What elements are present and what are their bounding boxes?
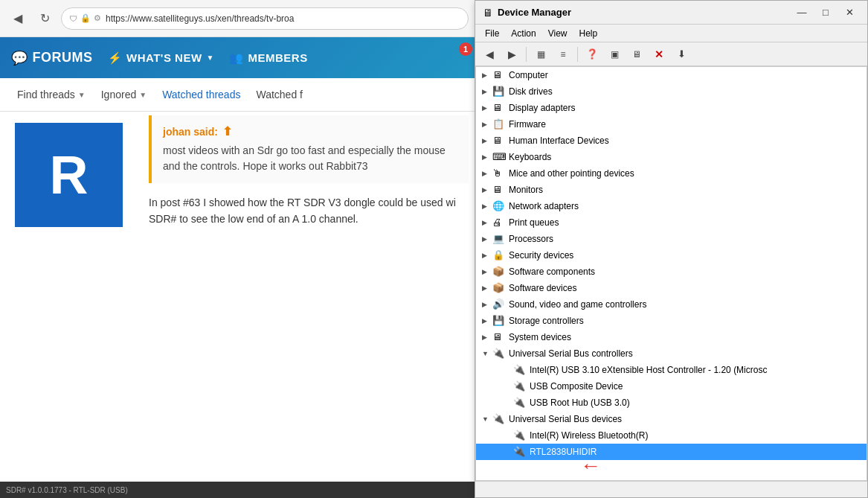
sw-devices-icon: 📦 [492,282,506,294]
expand-arrow: ▶ [482,153,492,161]
avatar: R [15,123,123,227]
find-threads-filter[interactable]: Find threads ▼ [11,85,91,104]
menu-action[interactable]: Action [505,27,541,40]
menu-file[interactable]: File [479,27,505,40]
tree-item-print[interactable]: ▶ 🖨 Print queues [476,214,867,231]
tree-item-sound[interactable]: ▶ 🔊 Sound, video and game controllers [476,296,867,313]
whats-new-nav-item[interactable]: ⚡ WHAT'S NEW ▼ [108,51,215,65]
tree-item-computer[interactable]: ▶ 🖥 Computer [476,67,867,83]
watched-f-filter[interactable]: Watched f [250,85,309,104]
toolbar-forward[interactable]: ▶ [501,45,522,64]
tree-label-display-adapters: Display adapters [509,103,575,113]
expand-arrow: ▶ [482,252,492,259]
watched-threads-label: Watched threads [162,89,240,100]
toolbar-scan[interactable]: ⬇ [671,45,692,64]
minimize-button[interactable]: — [791,4,812,21]
refresh-button[interactable]: ↻ [34,8,55,29]
maximize-button[interactable]: □ [815,4,836,21]
toolbar-help[interactable]: ❓ [582,45,602,64]
bluetooth-icon: 🔌 [513,430,527,441]
tree-item-bluetooth[interactable]: 🔌 Intel(R) Wireless Bluetooth(R) [476,427,867,444]
tree-item-usb-31-host[interactable]: 🔌 Intel(R) USB 3.10 eXtensible Host Cont… [476,362,867,378]
expand-arrow: ▶ [482,284,492,292]
find-threads-arrow: ▼ [78,91,86,99]
tree-item-system[interactable]: ▶ 🖥 System devices [476,329,867,345]
members-nav-item[interactable]: 👥 MEMBERS [229,51,308,65]
notification-badge[interactable]: 1 [459,42,472,56]
tree-item-storage[interactable]: ▶ 💾 Storage controllers [476,313,867,329]
toolbar-details[interactable]: ▣ [604,45,625,64]
sw-components-icon: 📦 [492,266,506,278]
tree-item-security[interactable]: ▶ 🔒 Security devices [476,247,867,264]
tree-item-keyboards[interactable]: ▶ ⌨ Keyboards [476,149,867,165]
forums-label: FORUMS [33,50,93,66]
window-controls: — □ ✕ [791,4,860,21]
tree-label-usb-31: Intel(R) USB 3.10 eXtensible Host Contro… [530,365,767,375]
toolbar-sep-2 [577,47,578,62]
quote-author: johan said: ⬆ [163,124,457,138]
hid-icon: 🖥 [492,135,506,147]
usb-composite-icon: 🔌 [513,380,527,392]
browser-bottom-bar: SDR# v1.0.0.1773 - RTL-SDR (USB) [0,482,476,498]
tree-item-processors[interactable]: ▶ 💻 Processors [476,231,867,247]
watched-threads-filter[interactable]: Watched threads [156,85,246,104]
tree-item-sw-components[interactable]: ▶ 📦 Software components [476,264,867,280]
forums-icon: 💬 [11,50,28,66]
menu-help[interactable]: Help [573,27,604,40]
expand-arrow: ▶ [482,202,492,210]
tree-label-security: Security devices [509,250,573,261]
menu-view[interactable]: View [542,27,573,40]
address-url: https://www.satelliteguys.us/xen/threads… [106,13,460,24]
members-label: MEMBERS [248,51,308,64]
tree-label-sound: Sound, video and game controllers [509,299,646,310]
tree-label-sw-components: Software components [509,266,595,277]
tree-item-rtl2838[interactable]: 🔌 RTL2838UHIDIR [476,444,867,460]
tree-item-hid[interactable]: ▶ 🖥 Human Interface Devices [476,133,867,149]
tree-item-usb-root-hub[interactable]: 🔌 USB Root Hub (USB 3.0) [476,395,867,411]
toolbar-monitor[interactable]: 🖥 [626,45,647,64]
tree-item-mice[interactable]: ▶ 🖱 Mice and other pointing devices [476,165,867,182]
tree-label-network: Network adapters [509,201,579,211]
quote-arrow-icon: ⬆ [222,124,232,138]
device-manager-title: Device Manager [498,7,791,18]
toolbar-view[interactable]: ≡ [553,45,573,64]
close-button[interactable]: ✕ [839,4,860,21]
firmware-icon: 📋 [492,118,506,130]
expand-arrow: ▶ [482,235,492,243]
watched-f-label: Watched f [256,89,303,100]
tree-item-disk-drives[interactable]: ▶ 💾 Disk drives [476,83,867,100]
toolbar-back[interactable]: ◀ [479,45,500,64]
expand-arrow: ▶ [482,219,492,226]
quote-author-text: johan said: [163,126,218,138]
device-tree[interactable]: ▶ 🖥 Computer ▶ 💾 Disk drives ▶ 🖥 Display… [475,66,867,481]
keyboards-icon: ⌨ [492,151,506,163]
tree-label-print: Print queues [509,217,559,228]
device-manager-titlebar: 🖥 Device Manager — □ ✕ [475,1,867,25]
tree-item-usb-composite[interactable]: 🔌 USB Composite Device [476,378,867,395]
computer-icon: 🖥 [492,69,506,81]
ignored-filter[interactable]: Ignored ▼ [95,85,152,104]
tree-item-usb-controllers[interactable]: ▼ 🔌 Universal Serial Bus controllers [476,345,867,362]
quote-text: most videos with an Sdr go too fast and … [163,143,457,174]
disk-drives-icon: 💾 [492,86,506,98]
rtl2838-icon: 🔌 [513,446,527,458]
tree-label-keyboards: Keyboards [509,152,551,162]
tree-item-usb-devices[interactable]: ▼ 🔌 Universal Serial Bus devices [476,411,867,427]
tree-label-system: System devices [509,332,571,342]
forums-nav-item[interactable]: 💬 FORUMS [11,50,93,66]
tree-item-firmware[interactable]: ▶ 📋 Firmware [476,116,867,133]
toolbar-properties[interactable]: ▦ [530,45,551,64]
post-text: In post #63 I showed how the RT SDR V3 d… [149,194,469,228]
storage-icon: 💾 [492,315,506,327]
address-bar[interactable]: 🛡 🔒 ⚙ https://www.satelliteguys.us/xen/t… [61,7,469,30]
ignored-arrow: ▼ [139,91,147,99]
tree-item-display-adapters[interactable]: ▶ 🖥 Display adapters [476,100,867,116]
tree-item-sw-devices[interactable]: ▶ 📦 Software devices [476,280,867,296]
tree-item-network[interactable]: ▶ 🌐 Network adapters [476,198,867,214]
expand-arrow: ▶ [482,333,492,341]
tree-item-monitors[interactable]: ▶ 🖥 Monitors [476,182,867,198]
whats-new-chevron: ▼ [207,54,214,62]
back-button[interactable]: ◀ [7,8,28,29]
tree-label-usb-controllers: Universal Serial Bus controllers [509,348,633,359]
toolbar-remove[interactable]: ✕ [649,45,669,64]
